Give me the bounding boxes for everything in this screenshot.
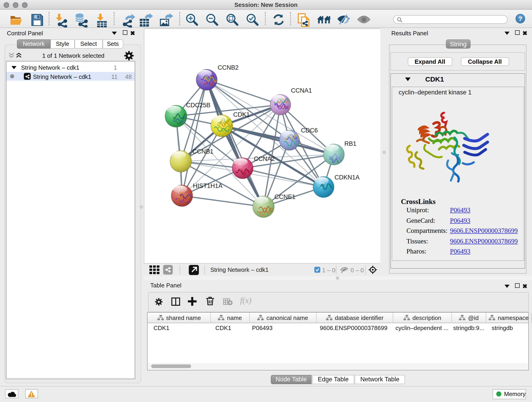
svg-text:CDC6: CDC6 [301,127,318,134]
svg-text:CCNB1: CCNB1 [192,148,214,155]
svg-text:CDC25B: CDC25B [186,102,210,109]
svg-text:CDK1: CDK1 [233,111,250,118]
svg-text:CCNB2: CCNB2 [218,64,239,71]
svg-text:CDKN1A: CDKN1A [335,174,360,181]
svg-text:CCNA1: CCNA1 [291,87,312,94]
svg-text:CCNA2: CCNA2 [254,155,275,162]
svg-text:CCNE1: CCNE1 [274,193,296,200]
svg-text:HIST1H1A: HIST1H1A [193,182,222,189]
svg-text:RB1: RB1 [344,140,356,147]
